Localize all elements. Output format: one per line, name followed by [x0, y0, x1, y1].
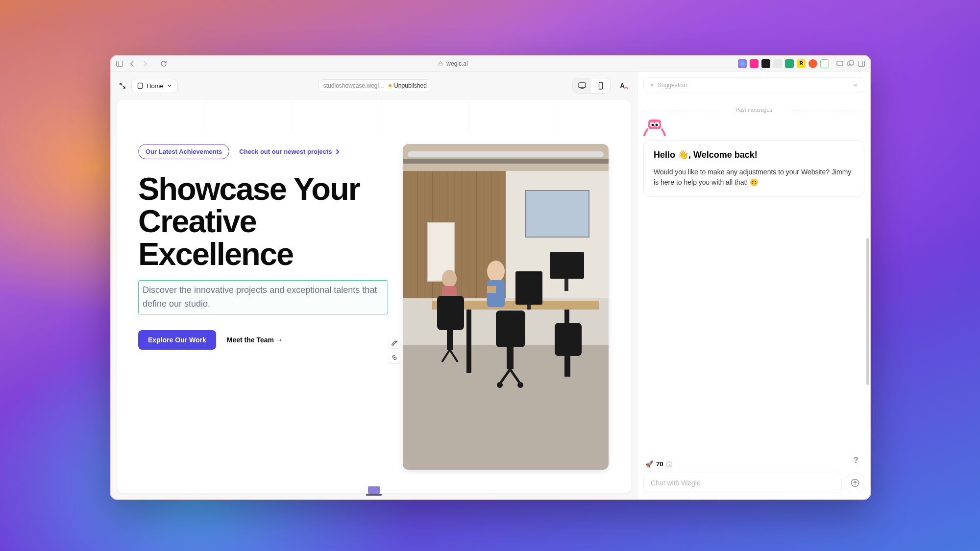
chat-input[interactable]: [643, 473, 842, 493]
device-preview-group: [572, 78, 611, 94]
hero-title[interactable]: Showcase Your Creative Excellence: [138, 173, 388, 270]
svg-rect-33: [447, 330, 453, 350]
project-url-pill[interactable]: studioshowcase.wegi… Unpublished: [318, 79, 432, 92]
hero-link[interactable]: Check out our newest projects: [239, 148, 341, 155]
reload-icon[interactable]: [160, 60, 168, 68]
extension-icon[interactable]: [820, 59, 829, 68]
home-dropdown[interactable]: Home: [131, 79, 178, 93]
chat-icon[interactable]: [836, 60, 844, 68]
help-icon[interactable]: ?: [854, 456, 863, 466]
status-dot-icon: [389, 84, 392, 87]
svg-rect-21: [525, 191, 589, 237]
svg-rect-11: [599, 82, 603, 89]
suggestion-dropdown[interactable]: ✧ Suggestion: [643, 77, 864, 93]
svg-point-56: [656, 124, 658, 126]
rocket-icon: 🚀: [645, 460, 653, 468]
canvas-grid: [117, 100, 631, 134]
chat-message: Hello 👋, Welcome back! Would you like to…: [643, 140, 864, 197]
forward-icon[interactable]: [141, 60, 149, 68]
svg-point-41: [517, 382, 523, 388]
svg-rect-50: [368, 486, 380, 494]
text-style-icon[interactable]: A: [618, 80, 629, 91]
laptop-icon: [365, 485, 383, 497]
chat-body-text: Would you like to make any adjustments t…: [654, 167, 854, 188]
chat-panel: ✧ Suggestion Past messages: [637, 72, 870, 499]
svg-point-30: [442, 270, 457, 287]
svg-point-55: [652, 124, 654, 126]
info-icon[interactable]: [666, 461, 673, 468]
lock-icon: [438, 61, 443, 67]
resize-icon[interactable]: [119, 82, 126, 90]
svg-rect-29: [487, 280, 505, 307]
svg-rect-24: [403, 345, 609, 470]
project-url: studioshowcase.wegi…: [323, 82, 385, 89]
svg-rect-45: [527, 305, 531, 310]
browser-window: wegic.ai R: [110, 55, 871, 500]
extension-icon[interactable]: [738, 59, 747, 68]
svg-point-59: [669, 462, 670, 463]
link-icon[interactable]: [389, 352, 400, 363]
svg-rect-43: [564, 356, 570, 377]
extension-icon[interactable]: [750, 59, 759, 68]
svg-rect-0: [117, 61, 123, 66]
extension-icon[interactable]: R: [797, 59, 806, 68]
sparkle-icon: ✧: [650, 82, 655, 89]
address-bar[interactable]: wegic.ai: [173, 60, 732, 67]
hero-image[interactable]: [403, 144, 609, 470]
extension-icon[interactable]: [773, 59, 782, 68]
home-label: Home: [147, 82, 164, 90]
sidebar-toggle-icon[interactable]: [116, 60, 123, 68]
svg-rect-51: [366, 494, 382, 496]
hero-description-selected[interactable]: Discover the innovative projects and exc…: [138, 280, 388, 314]
svg-text:A: A: [620, 82, 625, 90]
svg-rect-2: [439, 63, 442, 66]
svg-rect-26: [466, 310, 471, 373]
svg-rect-44: [515, 271, 542, 305]
mobile-preview-button[interactable]: [591, 78, 610, 93]
svg-rect-32: [437, 296, 464, 330]
url-text: wegic.ai: [446, 60, 467, 67]
editor-toolbar: Home studioshowcase.wegi… Unpublished: [117, 76, 631, 95]
chevron-down-icon: [167, 83, 172, 89]
extension-icon[interactable]: [808, 59, 817, 68]
svg-rect-8: [138, 83, 143, 89]
svg-rect-14: [403, 144, 609, 171]
svg-rect-42: [555, 323, 582, 356]
hero-content: Our Latest Achievements Check out our ne…: [138, 144, 388, 474]
extension-icon[interactable]: [761, 59, 770, 68]
scrollbar[interactable]: [866, 238, 869, 385]
hero-image-container: [403, 144, 610, 474]
credits-badge[interactable]: 🚀 70: [643, 460, 864, 468]
hero-badge[interactable]: Our Latest Achievements: [138, 144, 229, 159]
tabs-icon[interactable]: [858, 60, 865, 68]
explore-button[interactable]: Explore Our Work: [138, 330, 216, 350]
edit-text-icon[interactable]: [389, 337, 400, 348]
assistant-avatar: [643, 119, 864, 136]
desktop-preview-button[interactable]: [573, 78, 591, 93]
svg-rect-5: [849, 61, 854, 65]
chat-greeting: Hello 👋, Welcome back!: [654, 149, 854, 160]
app-body: Home studioshowcase.wegi… Unpublished: [111, 72, 870, 499]
page-icon: [137, 82, 144, 89]
chevron-right-icon: [334, 148, 341, 155]
overlap-icon[interactable]: [847, 60, 855, 68]
svg-point-40: [497, 382, 503, 388]
svg-rect-3: [837, 61, 843, 66]
send-button[interactable]: [846, 474, 864, 492]
arrow-up-icon: [851, 479, 859, 487]
editor-area: Home studioshowcase.wegi… Unpublished: [111, 72, 637, 499]
back-icon[interactable]: [128, 60, 136, 68]
meet-team-button[interactable]: Meet the Team →: [227, 336, 283, 344]
svg-rect-22: [550, 252, 584, 279]
chevron-down-icon: [853, 83, 858, 88]
svg-point-28: [487, 261, 505, 282]
svg-rect-36: [496, 311, 525, 347]
browser-toolbar: wegic.ai R: [111, 56, 870, 72]
svg-rect-9: [579, 83, 586, 88]
svg-rect-46: [487, 286, 496, 293]
extension-icon[interactable]: [785, 59, 794, 68]
svg-rect-16: [408, 151, 604, 157]
svg-rect-37: [507, 347, 514, 369]
publish-status: Unpublished: [389, 82, 427, 89]
website-canvas[interactable]: Our Latest Achievements Check out our ne…: [117, 100, 631, 493]
